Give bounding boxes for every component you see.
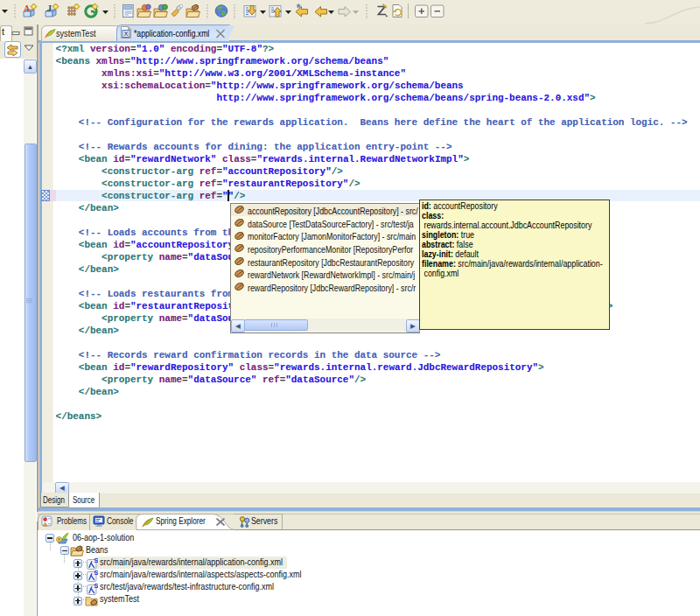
svg-text:S: S	[94, 583, 98, 590]
svg-text:J: J	[47, 4, 52, 13]
svg-text:S: S	[94, 557, 98, 564]
svg-text:X: X	[123, 30, 128, 38]
svg-text:A: A	[24, 4, 31, 13]
svg-text:S: S	[94, 570, 98, 577]
